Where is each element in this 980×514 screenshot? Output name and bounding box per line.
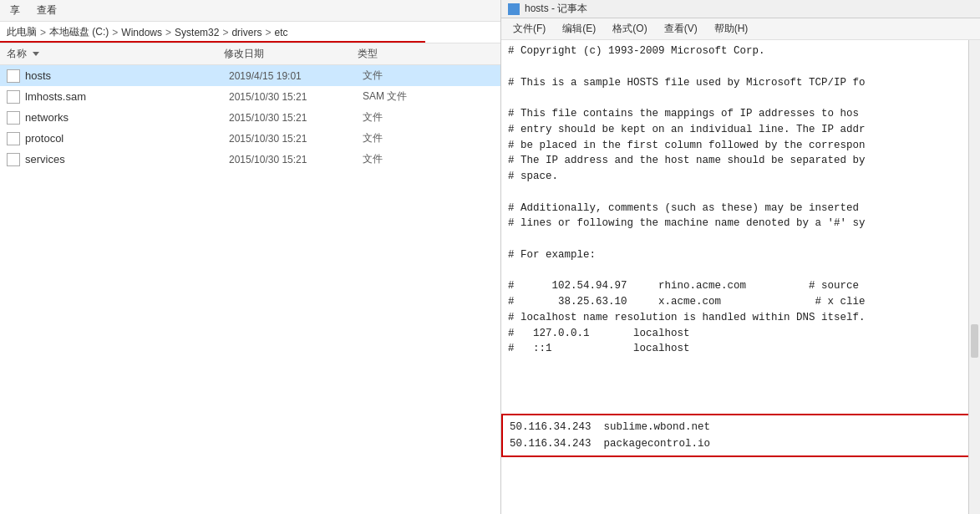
file-icon — [7, 132, 20, 145]
hosts-highlight-box: 50.116.34.243 sublime.wbond.net 50.116.3… — [501, 414, 980, 457]
file-date: 2019/4/15 19:01 — [229, 70, 363, 82]
file-type: 文件 — [363, 69, 429, 83]
file-item-lmhosts[interactable]: lmhosts.sam 2015/10/30 15:21 SAM 文件 — [0, 86, 500, 107]
notepad-file-icon — [508, 3, 520, 15]
file-name: networks — [25, 111, 229, 124]
breadcrumb-system32[interactable]: System32 — [175, 27, 219, 38]
notepad-menu-bar: 文件(F) 编辑(E) 格式(O) 查看(V) 帮助(H) — [501, 18, 980, 40]
file-type: 文件 — [363, 152, 429, 166]
menu-format[interactable]: 格式(O) — [607, 20, 652, 38]
file-name: hosts — [25, 69, 229, 82]
breadcrumb-drive[interactable]: 本地磁盘 (C:) — [49, 25, 109, 39]
file-item-hosts[interactable]: hosts 2019/4/15 19:01 文件 — [0, 65, 500, 86]
sort-arrow-icon — [33, 52, 39, 56]
file-icon — [7, 90, 20, 104]
explorer-menu-bar: 享 查看 — [0, 0, 500, 22]
col-header-name[interactable]: 名称 — [7, 47, 224, 61]
sep4: > — [222, 27, 228, 38]
file-list: hosts 2019/4/15 19:01 文件 lmhosts.sam 201… — [0, 65, 500, 514]
menu-viewn[interactable]: 查看(V) — [659, 20, 703, 38]
file-item-services[interactable]: services 2015/10/30 15:21 文件 — [0, 149, 500, 170]
file-explorer: 享 查看 此电脑 > 本地磁盘 (C:) > Windows > System3… — [0, 0, 501, 514]
col-header-date[interactable]: 修改日期 — [224, 47, 358, 61]
file-icon — [7, 111, 20, 125]
file-type: SAM 文件 — [363, 89, 429, 104]
vertical-scrollbar[interactable] — [968, 40, 980, 514]
scrollbar-thumb[interactable] — [971, 324, 978, 358]
sep5: > — [265, 27, 271, 38]
notepad-panel: hosts - 记事本 文件(F) 编辑(E) 格式(O) 查看(V) 帮助(H… — [501, 0, 980, 514]
file-type: 文件 — [363, 131, 429, 145]
file-name: services — [25, 153, 229, 165]
breadcrumb-etc[interactable]: etc — [274, 27, 287, 38]
file-date: 2015/10/30 15:21 — [229, 133, 363, 145]
sep2: > — [112, 27, 118, 38]
breadcrumb-windows[interactable]: Windows — [121, 27, 162, 38]
sep1: > — [40, 27, 46, 38]
breadcrumb-drivers[interactable]: drivers — [231, 27, 262, 38]
file-name: protocol — [25, 132, 229, 145]
breadcrumb: 此电脑 > 本地磁盘 (C:) > Windows > System32 > d… — [0, 22, 500, 43]
file-date: 2015/10/30 15:21 — [229, 91, 363, 103]
file-list-header: 名称 修改日期 类型 — [0, 43, 500, 65]
menu-share[interactable]: 享 — [7, 2, 23, 19]
file-item-networks[interactable]: networks 2015/10/30 15:21 文件 — [0, 107, 500, 128]
file-item-protocol[interactable]: protocol 2015/10/30 15:21 文件 — [0, 128, 500, 149]
file-type: 文件 — [363, 110, 429, 125]
file-icon — [7, 153, 20, 166]
breadcrumb-computer[interactable]: 此电脑 — [7, 25, 37, 39]
file-name: lmhosts.sam — [25, 90, 229, 103]
notepad-title: hosts - 记事本 — [525, 2, 587, 16]
col-header-type[interactable]: 类型 — [358, 47, 424, 61]
menu-help[interactable]: 帮助(H) — [709, 20, 754, 38]
file-date: 2015/10/30 15:21 — [229, 112, 363, 124]
file-icon — [7, 69, 20, 83]
file-date: 2015/10/30 15:21 — [229, 154, 363, 165]
menu-view[interactable]: 查看 — [33, 2, 60, 19]
sep3: > — [165, 27, 171, 38]
notepad-titlebar: hosts - 记事本 — [501, 0, 980, 18]
menu-file[interactable]: 文件(F) — [508, 20, 551, 38]
notepad-content: # Copyright (c) 1993-2009 Microsoft Corp… — [501, 40, 980, 514]
menu-edit[interactable]: 编辑(E) — [557, 20, 601, 38]
